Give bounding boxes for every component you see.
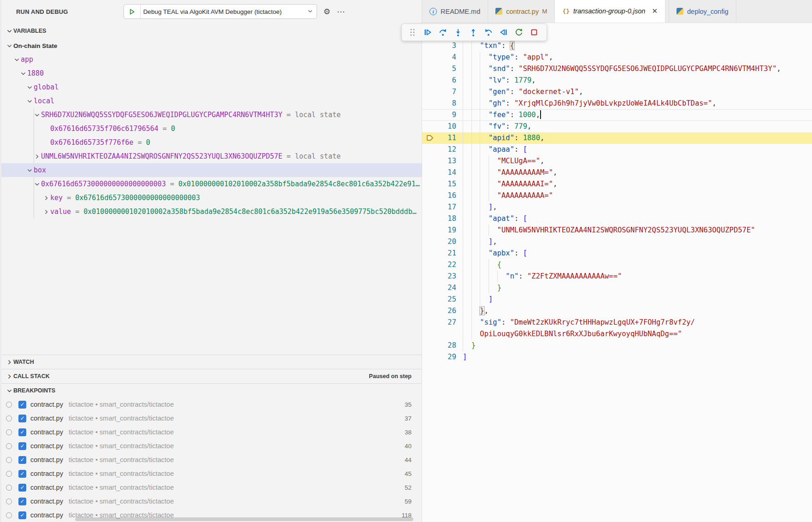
code-line-10[interactable]: 10 "fv": 779, xyxy=(422,121,812,132)
step-into-button[interactable] xyxy=(450,25,465,39)
chevron-down-icon[interactable] xyxy=(25,98,34,104)
bracket: { xyxy=(510,42,514,50)
tree-row[interactable]: box xyxy=(1,163,422,177)
text-cursor xyxy=(540,110,541,119)
watch-section-label: WATCH xyxy=(13,359,34,365)
code-line-9[interactable]: 9 "fee": 1000, xyxy=(422,109,812,121)
reverse-continue-icon xyxy=(499,28,508,37)
breakpoint-checkbox[interactable]: ✓ xyxy=(18,511,26,519)
chevron-right-icon[interactable] xyxy=(42,195,50,201)
tab-deploy-config[interactable]: deploy_config xyxy=(669,0,736,23)
horizontal-scrollbar[interactable] xyxy=(75,517,413,521)
tree-row[interactable]: global xyxy=(1,80,422,94)
variables-section-header[interactable]: VARIABLES xyxy=(1,23,422,39)
breakpoint-checkbox[interactable]: ✓ xyxy=(18,470,26,478)
chevron-down-icon[interactable] xyxy=(25,84,34,90)
code-line-18[interactable]: 18 "apat": [ xyxy=(422,213,812,225)
step-out-button[interactable] xyxy=(465,25,481,39)
tree-row[interactable]: On-chain State xyxy=(1,39,422,53)
breakpoint-row[interactable]: ✓contract.pytictactoe • smart_contracts/… xyxy=(1,411,422,425)
tree-row[interactable]: 0x67616d65735f776f6e = 0 xyxy=(1,136,422,149)
breakpoint-row[interactable]: ✓contract.pytictactoe • smart_contracts/… xyxy=(1,439,422,453)
code-line-4[interactable]: 4 "type": "appl", xyxy=(422,52,812,63)
code-line-22[interactable]: 22 { xyxy=(422,259,812,271)
json-key: "apid" xyxy=(488,134,514,142)
code-line-7[interactable]: 7 "gen": "dockernet-v1", xyxy=(422,86,812,98)
debug-config-dropdown[interactable]: Debug TEAL via AlgoKit AVM Debugger (tic… xyxy=(124,4,317,19)
code-line-23[interactable]: 23 "n": "Z2FtZXMAAAAAAAAAAw==" xyxy=(422,271,812,282)
breakpoint-checkbox[interactable]: ✓ xyxy=(18,401,26,409)
code-line-8[interactable]: 8 "gh": "XrjqMlCpJ6h9h7jyVw0bLvkpzUoWeIA… xyxy=(422,98,812,109)
code-line-19[interactable]: 19 "UNML6W5NVHRIKTEOZAA4NI2SWQROSGNFNY2Q… xyxy=(422,225,812,236)
code-line-17[interactable]: 17 ], xyxy=(422,202,812,213)
code-line-15[interactable]: 15 "AAAAAAAAAI=", xyxy=(422,178,812,190)
more-actions-icon[interactable]: ⋯ xyxy=(337,7,345,17)
tab-contract-py[interactable]: contract.pyM xyxy=(488,0,555,23)
code-line-11[interactable]: 11 "apid": 1880, xyxy=(422,132,812,144)
code-line-5[interactable]: 5 "snd": "SRH6D7XU2N6WQQ5SSYDQFG5ESO6JWE… xyxy=(422,63,812,75)
code-line-20[interactable]: 20 ], xyxy=(422,236,812,248)
tree-row[interactable]: local xyxy=(1,94,422,108)
bracket: } xyxy=(463,341,476,350)
chevron-down-icon[interactable] xyxy=(25,167,34,173)
code-text: "fv": 779, xyxy=(463,121,531,132)
chevron-down-icon[interactable] xyxy=(19,71,27,77)
bracket: [ xyxy=(523,145,527,154)
breakpoint-checkbox[interactable]: ✓ xyxy=(18,484,26,492)
breakpoint-row[interactable]: ✓contract.pytictactoe • smart_contracts/… xyxy=(1,494,422,508)
chevron-right-icon[interactable] xyxy=(42,209,50,215)
breakpoints-section-header[interactable]: BREAKPOINTS xyxy=(1,383,422,397)
tree-row[interactable]: app xyxy=(1,53,422,66)
code-line-21[interactable]: 21 "apbx": [ xyxy=(422,248,812,259)
call-stack-section-header[interactable]: CALL STACK Paused on step xyxy=(1,369,422,383)
stop-button[interactable] xyxy=(526,25,541,39)
code-line-14[interactable]: 14 "AAAAAAAAAM=", xyxy=(422,167,812,178)
code-area[interactable]: 2 {3 "txn": {4 "type": "appl",5 "snd": "… xyxy=(422,29,812,363)
code-line-24[interactable]: 24 } xyxy=(422,282,812,294)
tree-row[interactable]: 0x67616d6573000000000000000003 = 0x01000… xyxy=(1,177,422,191)
code-line-16[interactable]: 16 "AAAAAAAAAA=" xyxy=(422,190,812,202)
code-line-27[interactable]: 27 "sig": "DmeWt2zKUkRryc7tHHHapwzLgqUX+… xyxy=(422,317,812,340)
breakpoint-checkbox[interactable]: ✓ xyxy=(18,498,26,505)
tree-row[interactable]: key = 0x67616d6573000000000000000003 xyxy=(1,191,422,205)
tree-row[interactable]: UNML6W5NVHRIKTEOZAA4NI2SWQROSGNFNY2QS523… xyxy=(1,149,422,163)
continue-button[interactable] xyxy=(420,25,435,39)
breakpoint-row[interactable]: ✓contract.pytictactoe • smart_contracts/… xyxy=(1,397,422,411)
start-debug-button[interactable] xyxy=(124,5,141,18)
tab-group-divider xyxy=(665,0,669,23)
code-line-13[interactable]: 13 "MCLUgA==", xyxy=(422,155,812,167)
tab-readme-md[interactable]: iREADME.md xyxy=(422,0,488,23)
code-line-6[interactable]: 6 "lv": 1779, xyxy=(422,75,812,86)
tree-row[interactable]: value = 0x010000000102010002a358bf5bada9… xyxy=(1,205,422,219)
watch-section-header[interactable]: WATCH xyxy=(1,355,422,369)
tree-row[interactable]: 0x67616d65735f706c61796564 = 0 xyxy=(1,122,422,136)
code-line-3[interactable]: 3 "txn": { xyxy=(422,40,812,52)
code-line-25[interactable]: 25 ] xyxy=(422,294,812,305)
breakpoint-checkbox[interactable]: ✓ xyxy=(18,456,26,464)
step-over-button[interactable] xyxy=(435,25,450,39)
step-back-button[interactable] xyxy=(481,25,496,39)
tree-row[interactable]: 1880 xyxy=(1,66,422,80)
json-editor[interactable]: 2 {3 "txn": {4 "type": "appl",5 "snd": "… xyxy=(422,23,812,522)
restart-button[interactable] xyxy=(511,25,526,39)
breakpoint-checkbox[interactable]: ✓ xyxy=(18,442,26,450)
line-number: 11 xyxy=(422,132,456,144)
code-line-12[interactable]: 12 "apaa": [ xyxy=(422,144,812,155)
breakpoint-row[interactable]: ✓contract.pytictactoe • smart_contracts/… xyxy=(1,467,422,480)
code-line-26[interactable]: 26 }, xyxy=(422,305,812,317)
breakpoint-row[interactable]: ✓contract.pytictactoe • smart_contracts/… xyxy=(1,480,422,494)
variables-section-label: VARIABLES xyxy=(13,28,46,34)
close-icon[interactable]: ✕ xyxy=(652,7,658,15)
chevron-down-icon[interactable] xyxy=(12,57,21,63)
breakpoint-checkbox[interactable]: ✓ xyxy=(18,415,26,422)
code-line-28[interactable]: 28 } xyxy=(422,340,812,351)
chevron-down-icon[interactable] xyxy=(5,43,13,49)
breakpoint-row[interactable]: ✓contract.pytictactoe • smart_contracts/… xyxy=(1,453,422,467)
tab-transaction-group-0-json[interactable]: {}transaction-group-0.json✕ xyxy=(555,0,665,23)
tree-row[interactable]: SRH6D7XU2N6WQQ5SSYDQFG5ESO6JWEQIDPGLUGYC… xyxy=(1,108,422,122)
gear-icon[interactable]: ⚙ xyxy=(324,7,330,17)
breakpoint-row[interactable]: ✓contract.pytictactoe • smart_contracts/… xyxy=(1,425,422,439)
reverse-continue-button[interactable] xyxy=(496,25,511,39)
breakpoint-checkbox[interactable]: ✓ xyxy=(18,428,26,436)
code-line-29[interactable]: 29] xyxy=(422,351,812,363)
